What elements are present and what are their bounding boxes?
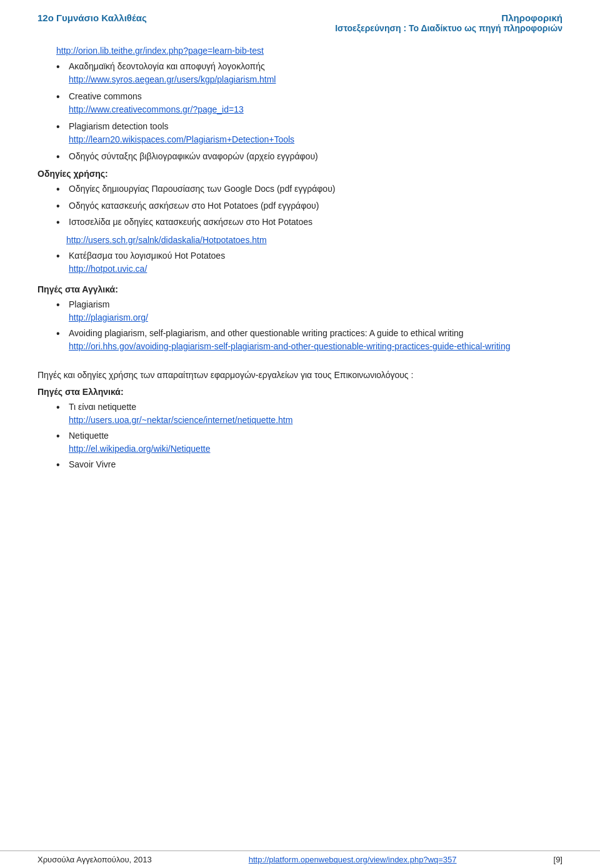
greek-text-3: Savoir Vivre — [69, 458, 116, 471]
bullet-marker-1: • — [56, 60, 66, 74]
bullet-section-5: • Κατέβασμα του λογισμικού Hot Potatoes … — [56, 249, 562, 276]
usage-item-3: • Ιστοσελίδα με οδηγίες κατασκευής ασκήσ… — [56, 216, 562, 229]
bullet-text-4: Οδηγός σύνταξης βιβλιογραφικών αναφορών … — [69, 150, 318, 163]
english-item-2: • Avoiding plagiarism, self-plagiarism, … — [56, 327, 562, 353]
link-hotpot[interactable]: http://hotpot.uvic.ca/ — [69, 264, 147, 274]
bullet-marker-3: • — [56, 120, 66, 134]
link3[interactable]: http://www.creativecommons.gr/?page_id=1… — [69, 104, 244, 114]
subject-title: Πληροφορική — [335, 12, 562, 23]
bullet-item-1: • Ακαδημαϊκή δεοντολογία και αποφυγή λογ… — [56, 60, 562, 86]
bullet-marker-g2: • — [56, 429, 66, 443]
link-netiquette[interactable]: http://users.uoa.gr/~nektar/science/inte… — [69, 415, 292, 425]
usage-list: • Οδηγίες δημιουργίας Παρουσίασης των Go… — [56, 182, 562, 229]
bullet-marker-g1: • — [56, 401, 66, 414]
bullet-section-2: • Creative commons http://www.creativeco… — [56, 90, 562, 116]
bullet-marker-u1: • — [56, 182, 66, 196]
usage-text-3: Ιστοσελίδα με οδηγίες κατασκευής ασκήσεω… — [69, 216, 312, 229]
bullet-marker-5: • — [56, 249, 66, 263]
usage-heading: Οδηγίες χρήσης: — [38, 169, 562, 179]
bullet-section-1: • Ακαδημαϊκή δεοντολογία και αποφυγή λογ… — [56, 60, 562, 86]
english-list: • Plagiarism http://plagiarism.org/ • Av… — [56, 298, 562, 353]
page-number: [9] — [554, 855, 562, 864]
english-text-1: Plagiarism http://plagiarism.org/ — [69, 298, 148, 324]
greek-section-heading: Πηγές στα Ελληνικά: — [38, 387, 562, 397]
usage-text-2: Οδηγός κατασκευής ασκήσεων στο Hot Potat… — [69, 199, 319, 212]
greek-text-2: Netiquette http://el.wikipedia.org/wiki/… — [69, 429, 210, 456]
subject-info: Πληροφορική Ιστοεξερεύνηση : Το Διαδίκτυ… — [335, 12, 562, 33]
greek-text-1: Τι είναι netiquette http://users.uoa.gr/… — [69, 401, 292, 427]
english-item-1: • Plagiarism http://plagiarism.org/ — [56, 298, 562, 324]
usage-item-2: • Οδηγός κατασκευής ασκήσεων στο Hot Pot… — [56, 199, 562, 213]
bullet-marker-2: • — [56, 90, 66, 104]
tools-section-intro: Πηγές και οδηγίες χρήσης των απαραίτητων… — [38, 368, 562, 382]
bullet-marker-4: • — [56, 150, 66, 164]
page-header: 12ο Γυμνάσιο Καλλιθέας Πληροφορική Ιστοε… — [38, 12, 562, 33]
greek-item-2: • Netiquette http://el.wikipedia.org/wik… — [56, 429, 562, 456]
page-footer: Χρυσούλα Αγγελοπούλου, 2013 http://platf… — [0, 851, 600, 868]
footer-link[interactable]: http://platform.openwebquest.org/view/in… — [249, 855, 457, 864]
hotpotatoes-link-line: http://users.sch.gr/salnk/didaskalia/Hot… — [66, 234, 562, 247]
link1[interactable]: http://orion.lib.teithe.gr/index.php?pag… — [56, 46, 264, 56]
bullet-section-3: • Plagiarism detection tools http://lear… — [56, 120, 562, 146]
greek-item-3: • Savoir Vivre — [56, 458, 562, 472]
link4[interactable]: http://learn20.wikispaces.com/Plagiarism… — [69, 134, 294, 144]
bullet-marker-g3: • — [56, 458, 66, 472]
usage-text-1: Οδηγίες δημιουργίας Παρουσίασης των Goog… — [69, 182, 335, 196]
bullet-item-4: • Οδηγός σύνταξης βιβλιογραφικών αναφορώ… — [56, 150, 562, 164]
bullet-item-2: • Creative commons http://www.creativeco… — [56, 90, 562, 116]
link1-line: http://orion.lib.teithe.gr/index.php?pag… — [56, 44, 562, 57]
link-wikipedia-netiquette[interactable]: http://el.wikipedia.org/wiki/Netiquette — [69, 444, 210, 454]
bullet-text-1: Ακαδημαϊκή δεοντολογία και αποφυγή λογοκ… — [69, 60, 276, 86]
bullet-text-3: Plagiarism detection tools http://learn2… — [69, 120, 294, 146]
greek-list: • Τι είναι netiquette http://users.uoa.g… — [56, 401, 562, 472]
bullet-marker-u2: • — [56, 199, 66, 213]
bullet-marker-u3: • — [56, 216, 66, 229]
link-avoiding-plagiarism[interactable]: http://ori.hhs.gov/avoiding-plagiarism-s… — [69, 341, 511, 351]
bullet-item-3: • Plagiarism detection tools http://lear… — [56, 120, 562, 146]
subject-subtitle: Ιστοεξερεύνηση : Το Διαδίκτυο ως πηγή πλ… — [335, 23, 562, 33]
page-content: 12ο Γυμνάσιο Καλλιθέας Πληροφορική Ιστοε… — [0, 0, 600, 837]
bullet-text-5: Κατέβασμα του λογισμικού Hot Potatoes ht… — [69, 249, 225, 276]
english-section-heading: Πηγές στα Αγγλικά: — [38, 284, 562, 294]
greek-item-1: • Τι είναι netiquette http://users.uoa.g… — [56, 401, 562, 427]
link2[interactable]: http://www.syros.aegean.gr/users/kgp/pla… — [69, 74, 276, 84]
bullet-section-4: • Οδηγός σύνταξης βιβλιογραφικών αναφορώ… — [56, 150, 562, 164]
bullet-text-2: Creative commons http://www.creativecomm… — [69, 90, 244, 116]
footer-author: Χρυσούλα Αγγελοπούλου, 2013 — [38, 855, 152, 864]
usage-item-1: • Οδηγίες δημιουργίας Παρουσίασης των Go… — [56, 182, 562, 196]
english-text-2: Avoiding plagiarism, self-plagiarism, an… — [69, 327, 511, 353]
school-name: 12ο Γυμνάσιο Καλλιθέας — [38, 12, 147, 23]
link-hotpotatoes[interactable]: http://users.sch.gr/salnk/didaskalia/Hot… — [66, 235, 267, 245]
link-plagiarism[interactable]: http://plagiarism.org/ — [69, 312, 148, 322]
bullet-item-5: • Κατέβασμα του λογισμικού Hot Potatoes … — [56, 249, 562, 276]
bullet-marker-e2: • — [56, 327, 66, 341]
bullet-marker-e1: • — [56, 298, 66, 312]
